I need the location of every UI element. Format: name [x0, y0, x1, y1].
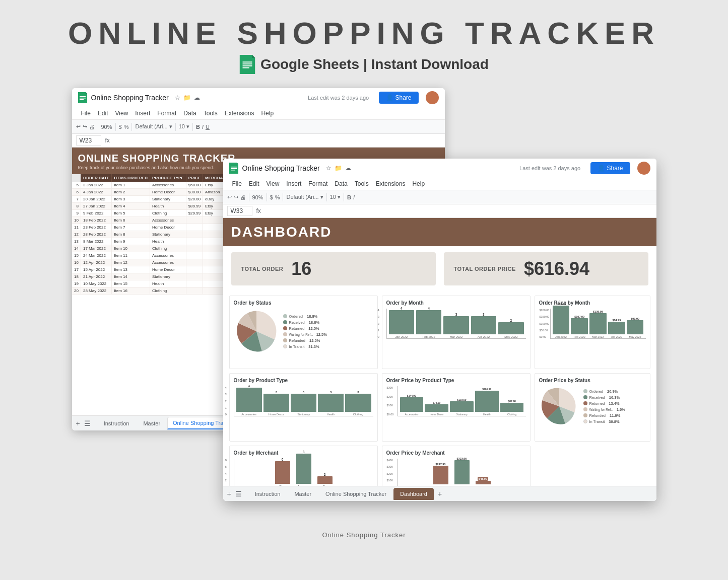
back-tab-master[interactable]: Master [136, 418, 167, 429]
back-toolbar: ↩ ↪ 🖨 90% $ % Default (Ari... ▾ 10 ▾ B I… [72, 120, 445, 134]
front-fontsize[interactable]: 10 ▾ [330, 194, 341, 200]
front-menu-edit[interactable]: Edit [246, 179, 262, 189]
back-doc-title: Online Shopping Tracker [91, 94, 169, 102]
menu-help[interactable]: Help [258, 108, 277, 118]
menu-format[interactable]: Format [154, 108, 179, 118]
pbar-may: $93.99 May 2022 [627, 317, 644, 338]
chart-price-product-title: Order Price by Product Type [386, 378, 526, 383]
chart-order-product-title: Order by Product Type [234, 378, 373, 383]
svg-rect-2 [243, 65, 252, 66]
menu-tools[interactable]: Tools [201, 108, 221, 118]
col-order-date: ORDER DATE [81, 174, 112, 182]
svg-rect-4 [80, 96, 86, 97]
menu-edit[interactable]: Edit [95, 108, 111, 118]
total-price-label: TOTAL ORDER PRICE [454, 266, 516, 272]
front-menu-format[interactable]: Format [305, 179, 330, 189]
col-row-num [72, 174, 81, 182]
front-menu-view[interactable]: View [263, 179, 283, 189]
front-fx-icon: fx [256, 207, 261, 214]
back-title-icons: ☆ 📁 ☁ [175, 94, 200, 101]
fx-icon: fx [105, 137, 110, 144]
front-menu-tools[interactable]: Tools [352, 179, 372, 189]
front-print-icon[interactable]: 🖨 [240, 194, 246, 200]
front-star-icon[interactable]: ☆ [326, 165, 332, 172]
pie-chart-price-status [539, 386, 579, 426]
italic-icon[interactable]: I [202, 124, 204, 130]
font-selector[interactable]: Default (Ari... ▾ [135, 123, 172, 130]
cloud-icon[interactable]: ☁ [194, 94, 200, 101]
menu-data[interactable]: Data [180, 108, 199, 118]
front-menu-data[interactable]: Data [332, 179, 350, 189]
prodbar-stat: 3 Stationary [291, 391, 316, 416]
front-cell-ref[interactable]: W33 [227, 206, 252, 216]
front-menu-help[interactable]: Help [409, 179, 428, 189]
front-font[interactable]: Default (Ari... ▾ [286, 194, 323, 200]
front-percent[interactable]: % [275, 194, 280, 200]
front-menu-insert[interactable]: Insert [283, 179, 304, 189]
front-tab-tracker[interactable]: Online Shopping Tracker [318, 488, 393, 499]
chart-order-product: Order by Product Type 01234 4 Accessorie… [229, 373, 378, 442]
back-title-bar: Online Shopping Tracker ☆ 📁 ☁ Last edit … [72, 88, 445, 107]
bar-apr: 3 Apr 2022 [471, 313, 496, 338]
back-tab-add[interactable]: + [76, 419, 80, 427]
back-tab-instruction[interactable]: Instruction [97, 418, 137, 429]
total-price-box: TOTAL ORDER PRICE $616.94 [444, 252, 648, 285]
front-zoom[interactable]: 90% [252, 194, 263, 200]
star-icon[interactable]: ☆ [175, 94, 180, 101]
front-tab-add-right[interactable]: + [438, 490, 442, 498]
front-sheets-icon [229, 163, 238, 174]
chart-order-status-title: Order by Status [234, 300, 373, 306]
total-order-label: TOTAL ORDER [241, 266, 284, 272]
front-cloud-icon[interactable]: ☁ [345, 165, 351, 172]
back-share-button[interactable]: 👤 Share [379, 92, 418, 104]
front-tab-master[interactable]: Master [287, 488, 318, 499]
front-redo-icon[interactable]: ↪ [234, 194, 238, 200]
bar-jan: 4 Jan 2022 [389, 307, 414, 338]
chart-order-month: Order by Month 01234 4 Jan 2022 4 [382, 296, 531, 369]
pbar-jan: $189.99 Jan 2022 [553, 303, 570, 338]
zoom-value[interactable]: 90% [101, 124, 112, 130]
print-icon[interactable]: 🖨 [89, 124, 95, 130]
front-folder-icon[interactable]: 📁 [335, 165, 342, 172]
front-tab-menu[interactable]: ☰ [235, 490, 242, 498]
menu-file[interactable]: File [78, 108, 94, 118]
front-bold[interactable]: B [347, 194, 351, 200]
currency-icon[interactable]: $ [119, 124, 122, 130]
menu-insert[interactable]: Insert [132, 108, 153, 118]
chart-order-month-title: Order by Month [386, 300, 526, 306]
back-tab-menu[interactable]: ☰ [84, 419, 91, 427]
underline-icon[interactable]: U [206, 124, 210, 130]
front-share-button[interactable]: 👤 Share [590, 162, 630, 174]
svg-rect-7 [231, 167, 237, 168]
col-price: PRICE [186, 174, 203, 182]
front-currency[interactable]: $ [270, 194, 273, 200]
chart-price-status-title: Order Price by Status [539, 378, 646, 383]
bold-icon[interactable]: B [196, 124, 200, 130]
front-tab-add[interactable]: + [227, 490, 231, 498]
back-last-edit: Last edit was 2 days ago [308, 95, 369, 101]
front-menu-extensions[interactable]: Extensions [373, 179, 409, 189]
menu-extensions[interactable]: Extensions [222, 108, 257, 118]
front-undo-icon[interactable]: ↩ [227, 194, 232, 200]
front-tab-dashboard[interactable]: Dashboard [393, 488, 434, 500]
font-size[interactable]: 10 ▾ [179, 123, 189, 130]
front-tab-instruction[interactable]: Instruction [248, 488, 288, 499]
chart-price-product: Order Price by Product Type $0.00$100$20… [382, 373, 531, 442]
screenshot-front: Online Shopping Tracker ☆ 📁 ☁ Last edit … [223, 159, 656, 501]
front-italic[interactable]: I [353, 194, 355, 200]
ppbar-acc: $144.00 Accessories [400, 394, 424, 416]
prodbar-home: 3 Home Decor [263, 391, 289, 416]
dashboard-title: DASHBOARD [231, 224, 648, 240]
bottom-branding: Online Shopping Tracker [322, 531, 406, 539]
svg-rect-9 [231, 170, 235, 171]
percent-icon[interactable]: % [124, 124, 129, 130]
front-menu-file[interactable]: File [229, 179, 245, 189]
front-menu-bar: File Edit View Insert Format Data Tools … [223, 178, 656, 190]
undo-icon[interactable]: ↩ [76, 123, 81, 130]
folder-icon[interactable]: 📁 [183, 94, 191, 101]
redo-icon[interactable]: ↪ [83, 123, 87, 130]
chart-price-merchant-title: Order Price by Merchant [386, 450, 526, 456]
back-cell-ref[interactable]: W23 [76, 135, 101, 146]
chart-price-month: Order Price by Month $0.00$50.00$100.00$… [535, 296, 650, 369]
menu-view[interactable]: View [112, 108, 131, 118]
